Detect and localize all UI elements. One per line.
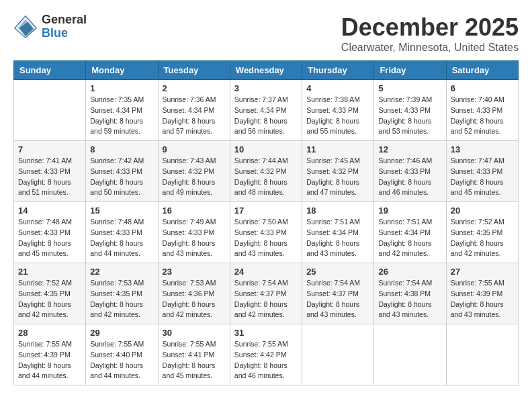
calendar-cell: 17Sunrise: 7:50 AMSunset: 4:33 PMDayligh… <box>230 202 302 263</box>
day-number: 13 <box>451 144 514 154</box>
calendar-cell: 18Sunrise: 7:51 AMSunset: 4:34 PMDayligh… <box>302 202 374 263</box>
day-info: Sunrise: 7:39 AMSunset: 4:33 PMDaylight:… <box>378 95 441 137</box>
day-info: Sunrise: 7:54 AMSunset: 4:37 PMDaylight:… <box>306 278 369 320</box>
logo-blue-label: Blue <box>42 27 87 40</box>
calendar-cell: 19Sunrise: 7:51 AMSunset: 4:34 PMDayligh… <box>374 202 446 263</box>
logo: General Blue <box>13 13 87 40</box>
day-number: 8 <box>90 144 153 154</box>
day-info: Sunrise: 7:55 AMSunset: 4:42 PMDaylight:… <box>234 339 298 381</box>
day-number: 6 <box>451 83 514 93</box>
day-info: Sunrise: 7:55 AMSunset: 4:40 PMDaylight:… <box>90 339 153 381</box>
day-info: Sunrise: 7:50 AMSunset: 4:33 PMDaylight:… <box>234 217 298 259</box>
calendar-table: SundayMondayTuesdayWednesdayThursdayFrid… <box>13 60 519 385</box>
day-info: Sunrise: 7:55 AMSunset: 4:39 PMDaylight:… <box>18 339 81 381</box>
calendar-cell <box>302 324 374 385</box>
calendar-cell: 1Sunrise: 7:35 AMSunset: 4:34 PMDaylight… <box>86 80 158 141</box>
weekday-header-wednesday: Wednesday <box>230 61 302 80</box>
day-number: 29 <box>90 328 153 338</box>
calendar-cell: 15Sunrise: 7:48 AMSunset: 4:33 PMDayligh… <box>86 202 158 263</box>
day-info: Sunrise: 7:43 AMSunset: 4:32 PMDaylight:… <box>163 156 226 198</box>
calendar-cell: 26Sunrise: 7:54 AMSunset: 4:38 PMDayligh… <box>374 263 446 324</box>
day-info: Sunrise: 7:41 AMSunset: 4:33 PMDaylight:… <box>18 156 81 198</box>
day-info: Sunrise: 7:55 AMSunset: 4:41 PMDaylight:… <box>163 339 226 381</box>
weekday-header-tuesday: Tuesday <box>158 61 230 80</box>
calendar-header-row: SundayMondayTuesdayWednesdayThursdayFrid… <box>14 61 519 80</box>
logo-text: General Blue <box>42 13 87 40</box>
day-info: Sunrise: 7:35 AMSunset: 4:34 PMDaylight:… <box>90 95 153 137</box>
calendar-cell: 27Sunrise: 7:55 AMSunset: 4:39 PMDayligh… <box>446 263 518 324</box>
day-number: 27 <box>451 267 514 277</box>
day-number: 22 <box>90 267 153 277</box>
calendar-cell: 9Sunrise: 7:43 AMSunset: 4:32 PMDaylight… <box>158 141 230 202</box>
weekday-header-friday: Friday <box>374 61 446 80</box>
calendar-cell: 22Sunrise: 7:53 AMSunset: 4:35 PMDayligh… <box>86 263 158 324</box>
weekday-header-sunday: Sunday <box>14 61 86 80</box>
page-title: December 2025 <box>341 13 519 42</box>
calendar-cell: 31Sunrise: 7:55 AMSunset: 4:42 PMDayligh… <box>230 324 302 385</box>
day-number: 2 <box>163 83 226 93</box>
calendar-cell: 21Sunrise: 7:52 AMSunset: 4:35 PMDayligh… <box>14 263 86 324</box>
calendar-cell: 12Sunrise: 7:46 AMSunset: 4:33 PMDayligh… <box>374 141 446 202</box>
calendar-cell <box>14 80 86 141</box>
calendar-week-row: 21Sunrise: 7:52 AMSunset: 4:35 PMDayligh… <box>14 263 519 324</box>
logo-general-label: General <box>42 13 87 27</box>
day-info: Sunrise: 7:38 AMSunset: 4:33 PMDaylight:… <box>306 95 369 137</box>
day-info: Sunrise: 7:55 AMSunset: 4:39 PMDaylight:… <box>451 278 514 320</box>
day-number: 18 <box>306 205 369 216</box>
day-number: 20 <box>451 205 514 216</box>
day-info: Sunrise: 7:54 AMSunset: 4:37 PMDaylight:… <box>234 278 298 320</box>
day-number: 9 <box>163 144 226 154</box>
day-info: Sunrise: 7:47 AMSunset: 4:33 PMDaylight:… <box>451 156 514 198</box>
day-number: 10 <box>234 144 298 154</box>
day-info: Sunrise: 7:53 AMSunset: 4:35 PMDaylight:… <box>90 278 153 320</box>
day-info: Sunrise: 7:48 AMSunset: 4:33 PMDaylight:… <box>18 217 81 259</box>
day-number: 30 <box>163 328 226 338</box>
calendar-cell: 29Sunrise: 7:55 AMSunset: 4:40 PMDayligh… <box>86 324 158 385</box>
calendar-cell: 23Sunrise: 7:53 AMSunset: 4:36 PMDayligh… <box>158 263 230 324</box>
calendar-week-row: 1Sunrise: 7:35 AMSunset: 4:34 PMDaylight… <box>14 80 519 141</box>
weekday-header-monday: Monday <box>86 61 158 80</box>
weekday-header-saturday: Saturday <box>446 61 518 80</box>
day-number: 21 <box>18 267 81 277</box>
calendar-cell <box>446 324 518 385</box>
calendar-cell: 24Sunrise: 7:54 AMSunset: 4:37 PMDayligh… <box>230 263 302 324</box>
day-number: 23 <box>163 267 226 277</box>
calendar-cell: 10Sunrise: 7:44 AMSunset: 4:32 PMDayligh… <box>230 141 302 202</box>
calendar-cell: 30Sunrise: 7:55 AMSunset: 4:41 PMDayligh… <box>158 324 230 385</box>
title-block: December 2025 Clearwater, Minnesota, Uni… <box>341 13 519 54</box>
day-info: Sunrise: 7:51 AMSunset: 4:34 PMDaylight:… <box>306 217 369 259</box>
day-info: Sunrise: 7:54 AMSunset: 4:38 PMDaylight:… <box>378 278 441 320</box>
calendar-cell: 14Sunrise: 7:48 AMSunset: 4:33 PMDayligh… <box>14 202 86 263</box>
calendar-cell: 28Sunrise: 7:55 AMSunset: 4:39 PMDayligh… <box>14 324 86 385</box>
day-number: 28 <box>18 328 81 338</box>
day-info: Sunrise: 7:45 AMSunset: 4:32 PMDaylight:… <box>306 156 369 198</box>
calendar-cell: 20Sunrise: 7:52 AMSunset: 4:35 PMDayligh… <box>446 202 518 263</box>
calendar-cell <box>374 324 446 385</box>
calendar-week-row: 7Sunrise: 7:41 AMSunset: 4:33 PMDaylight… <box>14 141 519 202</box>
calendar-week-row: 28Sunrise: 7:55 AMSunset: 4:39 PMDayligh… <box>14 324 519 385</box>
calendar-cell: 11Sunrise: 7:45 AMSunset: 4:32 PMDayligh… <box>302 141 374 202</box>
calendar-week-row: 14Sunrise: 7:48 AMSunset: 4:33 PMDayligh… <box>14 202 519 263</box>
weekday-header-thursday: Thursday <box>302 61 374 80</box>
day-info: Sunrise: 7:42 AMSunset: 4:33 PMDaylight:… <box>90 156 153 198</box>
calendar-cell: 7Sunrise: 7:41 AMSunset: 4:33 PMDaylight… <box>14 141 86 202</box>
day-info: Sunrise: 7:46 AMSunset: 4:33 PMDaylight:… <box>378 156 441 198</box>
day-info: Sunrise: 7:36 AMSunset: 4:34 PMDaylight:… <box>163 95 226 137</box>
page-subtitle: Clearwater, Minnesota, United States <box>341 42 519 54</box>
calendar-cell: 16Sunrise: 7:49 AMSunset: 4:33 PMDayligh… <box>158 202 230 263</box>
day-number: 25 <box>306 267 369 277</box>
day-info: Sunrise: 7:48 AMSunset: 4:33 PMDaylight:… <box>90 217 153 259</box>
day-number: 31 <box>234 328 298 338</box>
day-info: Sunrise: 7:52 AMSunset: 4:35 PMDaylight:… <box>451 217 514 259</box>
calendar-cell: 13Sunrise: 7:47 AMSunset: 4:33 PMDayligh… <box>446 141 518 202</box>
day-info: Sunrise: 7:37 AMSunset: 4:34 PMDaylight:… <box>234 95 298 137</box>
day-info: Sunrise: 7:49 AMSunset: 4:33 PMDaylight:… <box>163 217 226 259</box>
day-info: Sunrise: 7:52 AMSunset: 4:35 PMDaylight:… <box>18 278 81 320</box>
day-number: 16 <box>163 205 226 216</box>
page-header: General Blue December 2025 Clearwater, M… <box>13 13 519 54</box>
day-number: 1 <box>90 83 153 93</box>
calendar-cell: 3Sunrise: 7:37 AMSunset: 4:34 PMDaylight… <box>230 80 302 141</box>
calendar-cell: 2Sunrise: 7:36 AMSunset: 4:34 PMDaylight… <box>158 80 230 141</box>
day-info: Sunrise: 7:40 AMSunset: 4:33 PMDaylight:… <box>451 95 514 137</box>
day-number: 14 <box>18 205 81 216</box>
